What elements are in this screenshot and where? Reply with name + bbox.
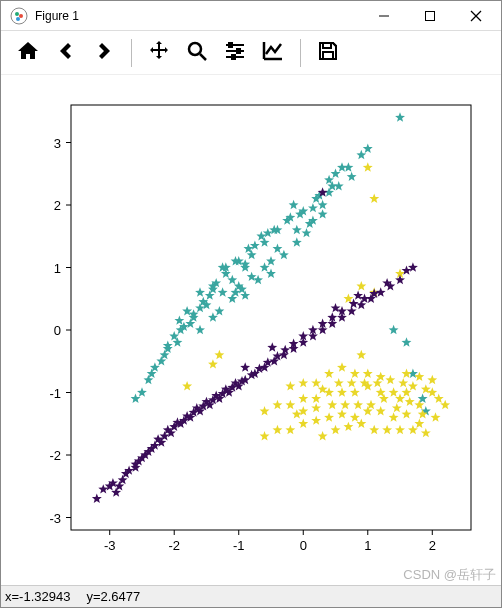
svg-text:0: 0 xyxy=(54,323,61,338)
zoom-button[interactable] xyxy=(178,34,216,72)
svg-text:-3: -3 xyxy=(49,511,61,526)
svg-text:-1: -1 xyxy=(233,538,245,553)
svg-rect-13 xyxy=(229,43,232,47)
svg-rect-14 xyxy=(237,49,240,53)
figure-window: Figure 1 -3-2-10 xyxy=(0,0,502,608)
svg-text:2: 2 xyxy=(54,198,61,213)
window-title: Figure 1 xyxy=(35,9,79,23)
svg-point-3 xyxy=(16,17,20,21)
home-button[interactable] xyxy=(9,34,47,72)
svg-rect-18 xyxy=(71,105,471,530)
svg-text:-2: -2 xyxy=(168,538,180,553)
toolbar-separator xyxy=(300,39,301,67)
maximize-button[interactable] xyxy=(407,1,453,31)
svg-rect-5 xyxy=(426,11,435,20)
minimize-button[interactable] xyxy=(361,1,407,31)
back-button[interactable] xyxy=(47,34,85,72)
arrow-right-icon xyxy=(92,39,116,67)
cursor-y-readout: y=2.6477 xyxy=(86,589,140,604)
sliders-icon xyxy=(223,39,247,67)
save-button[interactable] xyxy=(309,34,347,72)
svg-text:2: 2 xyxy=(429,538,436,553)
subplots-button[interactable] xyxy=(216,34,254,72)
svg-text:-3: -3 xyxy=(104,538,116,553)
svg-text:-2: -2 xyxy=(49,448,61,463)
svg-text:-1: -1 xyxy=(49,386,61,401)
plot-canvas[interactable]: -3-2-1012-3-2-10123 xyxy=(1,75,501,585)
app-icon xyxy=(9,6,29,26)
svg-text:0: 0 xyxy=(300,538,307,553)
cursor-x-readout: x=-1.32943 xyxy=(5,589,70,604)
arrow-left-icon xyxy=(54,39,78,67)
svg-text:1: 1 xyxy=(364,538,371,553)
statusbar: x=-1.32943 y=2.6477 xyxy=(1,585,501,607)
home-icon xyxy=(16,39,40,67)
zoom-icon xyxy=(185,39,209,67)
close-button[interactable] xyxy=(453,1,499,31)
scatter-plot: -3-2-1012-3-2-10123 xyxy=(1,75,501,585)
svg-point-2 xyxy=(19,14,23,18)
toolbar-separator xyxy=(131,39,132,67)
svg-rect-15 xyxy=(232,55,235,59)
move-icon xyxy=(147,39,171,67)
pan-button[interactable] xyxy=(140,34,178,72)
svg-point-1 xyxy=(15,12,19,16)
forward-button[interactable] xyxy=(85,34,123,72)
toolbar xyxy=(1,31,501,75)
save-icon xyxy=(316,39,340,67)
svg-line-9 xyxy=(200,54,206,60)
svg-point-8 xyxy=(189,43,201,55)
edit-axis-button[interactable] xyxy=(254,34,292,72)
titlebar: Figure 1 xyxy=(1,1,501,31)
svg-text:3: 3 xyxy=(54,136,61,151)
chart-line-icon xyxy=(261,39,285,67)
svg-text:1: 1 xyxy=(54,261,61,276)
